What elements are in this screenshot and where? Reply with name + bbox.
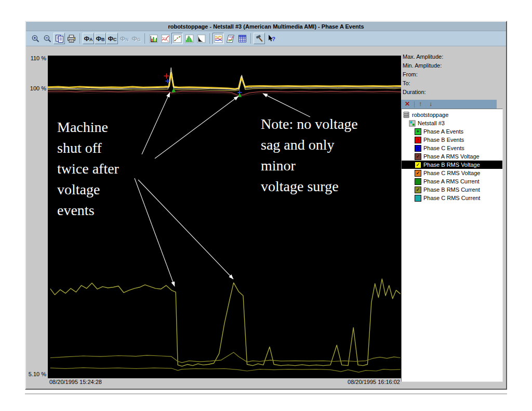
annotation-arrow [155, 96, 238, 158]
phase-n-button: ΦN [118, 33, 130, 44]
event-channel-icon: ↕ [415, 145, 421, 152]
tree-item-phase-b-rms-current[interactable]: ✓Phase B RMS Current [402, 185, 502, 194]
phase-g-icon: ΦG [131, 35, 141, 42]
toolbar-separator [250, 33, 251, 44]
tree-item-label: Phase B RMS Voltage [423, 162, 480, 168]
tree-item-label: Netstall #3 [418, 120, 445, 126]
info-label: To: [403, 80, 443, 89]
phase-a-button[interactable]: ΦA [83, 33, 94, 44]
move-up-button[interactable]: ↑ [415, 100, 425, 109]
phase-c-button[interactable]: ΦC [107, 33, 118, 44]
scatter-chart-button[interactable] [171, 33, 183, 44]
event-marker[interactable] [164, 73, 169, 78]
tree-item-phase-b-rms-voltage[interactable]: ✓Phase B RMS Voltage [402, 161, 502, 169]
waveform-icon [214, 34, 223, 43]
zoom-in-icon [31, 34, 40, 43]
info-label: From: [403, 71, 443, 80]
bar-chart-icon [149, 34, 158, 43]
waveform-button[interactable] [212, 33, 224, 44]
delete-button[interactable]: ✕ [401, 100, 414, 109]
phase-g-button: ΦG [130, 33, 142, 44]
line-chart-button[interactable] [159, 33, 171, 44]
histogram-icon [185, 34, 194, 43]
histogram-button[interactable] [183, 33, 195, 44]
move-down-button[interactable]: ↓ [425, 100, 436, 109]
annotation-arrow [135, 178, 175, 286]
annotation-arrow [138, 180, 233, 279]
tree-item-label: Phase C Events [423, 145, 464, 151]
help-icon: ? [267, 34, 276, 43]
tree-item-phase-b-events[interactable]: ↑Phase B Events [402, 136, 502, 144]
y-axis-label-100: 100 % [27, 85, 46, 91]
phase-b-icon: ΦB [96, 35, 104, 42]
tree-item-label: Phase C RMS Current [423, 195, 480, 201]
bar-chart-button[interactable] [148, 33, 159, 44]
event-channel-icon: + [415, 128, 421, 135]
toolbar-separator [79, 33, 80, 44]
tools-button[interactable] [254, 33, 265, 44]
annotation-arrow [142, 92, 170, 154]
annotation-text: Note: no voltagesag and onlyminorvoltage… [261, 114, 358, 197]
grid-table-icon [238, 34, 247, 43]
chart-3d-button[interactable] [224, 33, 236, 44]
phase-n-icon: ΦN [119, 35, 128, 42]
unchecked-channel-icon [415, 178, 421, 185]
toolbar-separator [209, 33, 210, 44]
checked-channel-icon: ✓ [415, 153, 421, 160]
tree-item-phase-c-events[interactable]: ↕Phase C Events [402, 144, 502, 152]
tools-icon [255, 34, 264, 43]
copy-button[interactable] [54, 33, 65, 44]
decay-chart-button[interactable] [195, 33, 207, 44]
phase-b-button[interactable]: ΦB [95, 33, 106, 44]
series-phase-c-rms-current [50, 368, 401, 373]
chart-3d-icon [226, 34, 235, 43]
tree-item-phase-a-events[interactable]: +Phase A Events [402, 127, 502, 136]
info-label: Max. Amplitude: [403, 54, 443, 62]
tree-item-phase-a-rms-voltage[interactable]: ✓Phase A RMS Voltage [402, 152, 502, 161]
list-toolbar: ✕↑↓ [401, 100, 497, 109]
tree-item-netstall-3[interactable]: Netstall #3 [402, 119, 502, 127]
series-voltage-envelope-dark [48, 92, 401, 97]
client-area: 110 % 100 % 5.10 % Machineshut offtwice … [27, 46, 505, 388]
unchecked-channel-icon [415, 195, 421, 202]
tree-item-phase-c-rms-current[interactable]: Phase C RMS Current [402, 194, 502, 202]
list-toolbar-separator [414, 101, 415, 108]
side-panel: Max. Amplitude:Min. Amplitude:From:To:Du… [401, 46, 505, 388]
tree-item-phase-a-rms-current[interactable]: Phase A RMS Current [402, 177, 502, 185]
title-bar[interactable]: robotstoppage - Netstall #3 (American Mu… [26, 22, 506, 31]
window-title: robotstoppage - Netstall #3 (American Mu… [168, 23, 364, 30]
x-axis-end-timestamp: 08/20/1995 16:16:02 [48, 379, 400, 385]
plot-area[interactable]: Machineshut offtwice aftervoltageeventsN… [48, 56, 401, 378]
main-toolbar: ΦAΦBΦCΦNΦG? [26, 31, 506, 46]
series-phase-a-rms-current [50, 352, 401, 363]
phase-a-icon: ΦA [84, 35, 92, 42]
phase-c-icon: ΦC [108, 35, 116, 42]
tree-item-label: Phase B Events [423, 137, 464, 143]
print-icon [67, 34, 76, 43]
zoom-out-button[interactable] [42, 33, 53, 44]
tree-item-robotstoppage[interactable]: robotstoppage [402, 111, 502, 119]
event-marker[interactable] [171, 88, 176, 92]
toolbar-separator [144, 33, 145, 44]
tree-item-label: Phase A RMS Voltage [423, 153, 480, 160]
tree-item-label: Phase B RMS Current [423, 187, 480, 193]
scatter-chart-icon [173, 34, 182, 43]
checked-channel-icon: ✓ [415, 170, 421, 177]
zoom-in-button[interactable] [30, 33, 41, 44]
zoom-out-icon [43, 34, 52, 43]
series-phase-b-rms-voltage [48, 73, 401, 89]
copy-icon [55, 34, 64, 43]
tree-item-phase-c-rms-voltage[interactable]: ✓Phase C RMS Voltage [402, 169, 502, 177]
channel-tree: robotstoppageNetstall #3+Phase A Events↑… [401, 109, 503, 382]
y-axis-label-min: 5.10 % [27, 371, 46, 377]
help-button[interactable]: ? [265, 33, 277, 44]
print-button[interactable] [65, 33, 77, 44]
device-icon [409, 120, 416, 127]
checked-channel-icon: ✓ [415, 162, 421, 168]
page-rule [25, 393, 507, 394]
grid-table-button[interactable] [236, 33, 248, 44]
info-label: Min. Amplitude: [403, 62, 443, 71]
app-window: robotstoppage - Netstall #3 (American Mu… [25, 21, 507, 390]
tree-item-label: robotstoppage [412, 112, 448, 118]
series-phase-b-rms-current [50, 279, 401, 366]
